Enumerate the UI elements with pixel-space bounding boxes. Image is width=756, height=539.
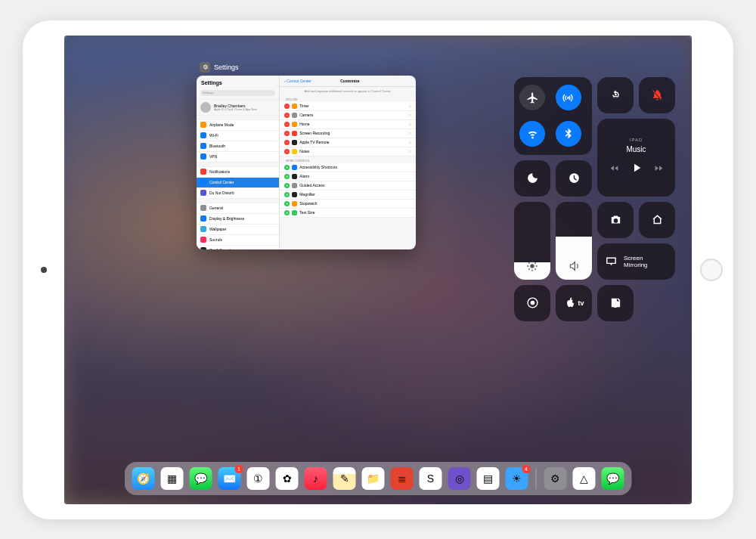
sidebar-item[interactable]: VPN	[197, 152, 279, 163]
camera-button[interactable]	[597, 202, 634, 238]
media-title: Music	[626, 145, 646, 153]
settings-header: Settings	[197, 76, 279, 88]
settings-sidebar: Settings Settings Bradley Chambers Apple…	[197, 76, 280, 249]
control-row[interactable]: −Camera≡	[280, 111, 416, 120]
dock-app-carrot[interactable]: ☀4	[506, 467, 528, 490]
sidebar-item[interactable]: Display & Brightness	[197, 214, 279, 225]
screen-mirroring-label: Screen Mirroring	[624, 255, 648, 268]
control-row[interactable]: −Screen Recording≡	[280, 129, 416, 138]
dock-app-mail[interactable]: ✉️1	[218, 467, 241, 490]
orientation-lock[interactable]	[597, 77, 634, 113]
dock-app-music[interactable]: ♪	[305, 467, 327, 490]
sidebar-item[interactable]: General	[197, 203, 279, 214]
screen-record[interactable]	[514, 285, 550, 321]
profile-sub: Apple ID, iCloud, iTunes & App Store	[214, 108, 257, 111]
notes-shortcut[interactable]	[597, 285, 634, 321]
dock-app-notes[interactable]: ✎	[333, 467, 356, 490]
settings-detail: ‹ Control Center Customize Add and organ…	[280, 76, 416, 249]
sidebar-item[interactable]: Sounds	[197, 235, 279, 246]
include-label: Include	[280, 95, 416, 102]
search-input[interactable]: Settings	[200, 90, 275, 96]
back-link[interactable]: ‹ Control Center	[284, 79, 311, 83]
dock-app-todoist[interactable]: ≣	[391, 467, 414, 490]
control-row[interactable]: −Home≡	[280, 120, 416, 129]
control-row[interactable]: +Text Size	[280, 209, 416, 218]
sidebar-item[interactable]: Airplane Mode	[197, 120, 279, 131]
more-label: More Controls	[280, 156, 416, 163]
control-row[interactable]: +Alarm	[280, 172, 416, 181]
brightness-slider[interactable]	[514, 202, 550, 280]
control-row[interactable]: +Stopwatch	[280, 200, 416, 209]
dock-app-settings[interactable]: ⚙︎	[544, 467, 567, 490]
dock-app-messages[interactable]: 💬	[190, 467, 212, 490]
sidebar-item[interactable]: Notifications	[197, 167, 279, 178]
sidebar-item[interactable]: Siri & Search	[197, 246, 279, 249]
appletv-remote[interactable]: tv	[556, 285, 592, 321]
control-row[interactable]: +Accessibility Shortcuts	[280, 163, 416, 172]
app-card-title: Settings	[200, 62, 416, 73]
volume-slider[interactable]	[556, 202, 592, 280]
control-row[interactable]: +Magnifier	[280, 191, 416, 200]
control-center: IPAD Music Screen	[514, 77, 677, 321]
settings-app-icon	[200, 62, 210, 73]
control-row[interactable]: −Timer≡	[280, 102, 416, 111]
dock-app-omnifocus[interactable]: ◎	[448, 467, 471, 490]
ipad-frame: Settings Settings Settings Bradley Chamb…	[23, 20, 733, 519]
screen: Settings Settings Settings Bradley Chamb…	[64, 36, 692, 504]
profile-row[interactable]: Bradley Chambers Apple ID, iCloud, iTune…	[197, 99, 279, 116]
do-not-disturb[interactable]	[514, 160, 550, 197]
airplane-toggle[interactable]	[519, 85, 545, 110]
detail-title: Customize	[311, 79, 389, 83]
dock-separator	[536, 468, 537, 489]
screen-mirroring[interactable]: Screen Mirroring	[597, 243, 675, 280]
mute-toggle[interactable]	[639, 77, 675, 113]
dock-app-files[interactable]: 📁	[362, 467, 385, 490]
dock-app-slack[interactable]: S	[420, 467, 442, 490]
dock-app-messages-2[interactable]: 💬	[602, 467, 624, 490]
app-switcher-card[interactable]: Settings Settings Settings Bradley Chamb…	[197, 62, 416, 249]
connectivity-module	[514, 77, 592, 155]
avatar	[200, 102, 211, 113]
home-button[interactable]	[700, 259, 723, 281]
sidebar-item[interactable]: Wi-Fi	[197, 131, 279, 141]
front-camera	[41, 267, 47, 273]
dock: 🧭▦💬✉️1①✿♪✎📁≣S◎▤☀4 ⚙︎△💬	[125, 462, 632, 495]
timer-button[interactable]	[556, 160, 592, 197]
media-module[interactable]: IPAD Music	[597, 119, 675, 197]
sidebar-item[interactable]: Wallpaper	[197, 225, 279, 235]
play-button[interactable]	[630, 161, 643, 178]
media-device: IPAD	[630, 138, 643, 142]
detail-subtitle: Add and organize additional controls to …	[280, 87, 416, 95]
dock-app-photos[interactable]: ✿	[276, 467, 299, 490]
prev-track-button[interactable]	[609, 163, 619, 176]
svg-point-0	[530, 264, 534, 268]
svg-point-2	[530, 301, 534, 305]
app-card-label: Settings	[214, 64, 239, 71]
sidebar-item[interactable]: Control Center	[197, 178, 279, 188]
dock-app-drive[interactable]: △	[573, 467, 596, 490]
dock-app-feedly[interactable]: ▤	[477, 467, 500, 490]
sidebar-item[interactable]: Bluetooth	[197, 141, 279, 152]
wifi-toggle[interactable]	[519, 121, 545, 147]
settings-preview[interactable]: Settings Settings Bradley Chambers Apple…	[197, 76, 416, 249]
home-control[interactable]	[639, 202, 675, 238]
control-row[interactable]: −Notes≡	[280, 147, 416, 156]
control-row[interactable]: +Guided Access	[280, 181, 416, 191]
dock-app-safari[interactable]: 🧭	[132, 467, 155, 490]
cellular-toggle[interactable]	[556, 85, 581, 110]
control-row[interactable]: −Apple TV Remote≡	[280, 138, 416, 147]
bluetooth-toggle[interactable]	[556, 121, 581, 147]
dock-app-calendar[interactable]: ▦	[161, 467, 184, 490]
dock-app-1password[interactable]: ①	[247, 467, 270, 490]
next-track-button[interactable]	[654, 163, 664, 176]
sidebar-item[interactable]: Do Not Disturb	[197, 188, 279, 199]
